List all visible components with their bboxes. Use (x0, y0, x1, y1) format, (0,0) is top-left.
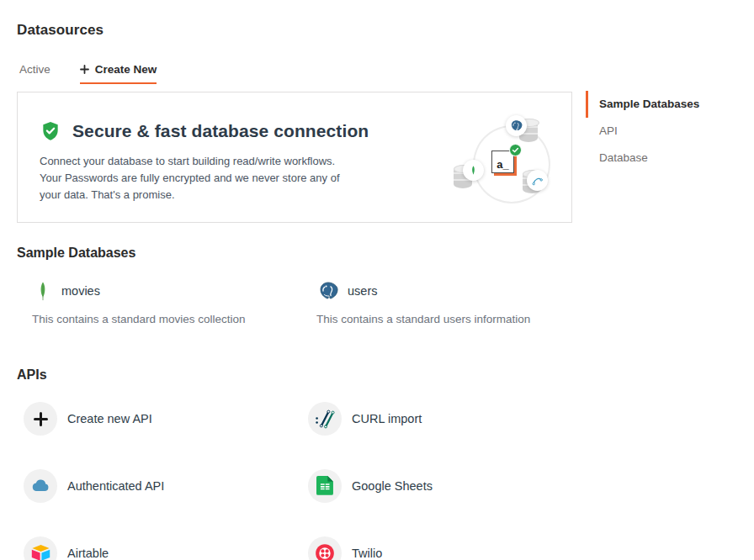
apis-grid: Create new API CURL import (17, 402, 572, 560)
nav-item-api-label: API (599, 124, 618, 137)
tab-bar: Active Create New (17, 63, 572, 84)
api-item-curl-import-label: CURL import (352, 412, 422, 425)
nav-item-sample-databases-label: Sample Databases (599, 98, 699, 110)
google-sheets-icon (308, 469, 342, 503)
page-title: Datasources (17, 0, 572, 39)
api-item-google-sheets[interactable]: Google Sheets (308, 469, 572, 503)
api-item-curl-import[interactable]: CURL import (308, 402, 572, 436)
api-item-create-new-label: Create new API (67, 412, 152, 425)
sample-databases-heading: Sample Databases (17, 246, 572, 261)
mongodb-icon (34, 281, 52, 301)
sample-db-movies-name: movies (61, 284, 100, 298)
cloud-icon (24, 469, 57, 503)
tab-active[interactable]: Active (19, 63, 50, 84)
api-item-airtable-label: Airtable (67, 547, 109, 560)
nav-item-sample-databases[interactable]: Sample Databases (586, 91, 752, 118)
tab-create-new[interactable]: Create New (80, 63, 157, 84)
appsmith-logo-text: a_ (496, 157, 508, 172)
check-badge-icon (509, 144, 522, 156)
plus-icon (80, 65, 89, 74)
api-item-authenticated-api[interactable]: Authenticated API (24, 469, 301, 503)
secure-connection-banner: Secure & fast database connection Connec… (17, 92, 572, 223)
sample-db-users-name: users (348, 284, 377, 298)
nav-item-api[interactable]: API (586, 118, 752, 145)
api-item-airtable[interactable]: Airtable (24, 536, 301, 560)
sample-db-movies-header: movies (17, 281, 301, 301)
banner-header: Secure & fast database connection (40, 120, 369, 142)
curl-mini-icon (527, 170, 548, 191)
twilio-icon (308, 536, 342, 560)
postgresql-mini-icon (506, 115, 527, 136)
shield-check-icon (40, 120, 61, 142)
tab-create-new-label: Create New (95, 63, 157, 76)
postgresql-icon (318, 281, 338, 301)
banner-title: Secure & fast database connection (72, 121, 369, 141)
tab-active-label: Active (19, 63, 50, 76)
nav-item-database-label: Database (599, 151, 648, 164)
sample-db-users-description: This contains a standard users informati… (301, 313, 572, 325)
sample-databases-grid: movies This contains a standard movies c… (17, 281, 572, 325)
nav-item-database[interactable]: Database (586, 145, 752, 172)
main-content: Datasources Active Create New Secure & f… (17, 0, 572, 560)
api-item-authenticated-api-label: Authenticated API (67, 479, 164, 493)
plus-icon (24, 402, 57, 436)
api-item-twilio-label: Twilio (352, 547, 382, 560)
apis-heading: APIs (17, 367, 572, 383)
section-nav: Sample Databases API Database (586, 91, 752, 172)
banner-description: Connect your database to start building … (40, 153, 353, 203)
sample-db-movies-description: This contains a standard movies collecti… (17, 313, 301, 325)
api-item-twilio[interactable]: Twilio (308, 536, 572, 560)
mongodb-mini-icon (463, 160, 484, 181)
api-item-google-sheets-label: Google Sheets (352, 479, 433, 493)
airtable-icon (24, 536, 57, 560)
api-item-create-new[interactable]: Create new API (24, 402, 301, 436)
curl-icon (308, 402, 342, 436)
sample-db-users-header: users (301, 281, 572, 301)
sample-db-users[interactable]: users This contains a standard users inf… (301, 281, 572, 325)
sample-db-movies[interactable]: movies This contains a standard movies c… (17, 281, 301, 325)
